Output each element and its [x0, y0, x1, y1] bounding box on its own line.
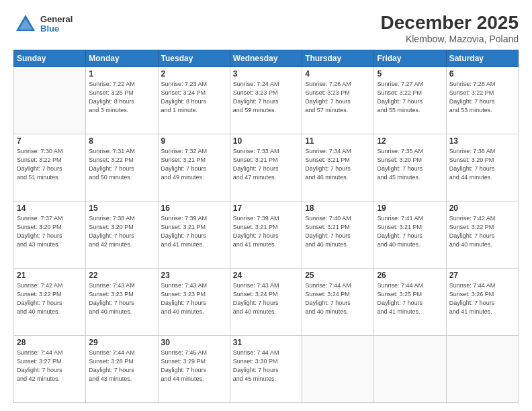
calendar-cell: 24Sunrise: 7:43 AM Sunset: 3:24 PM Dayli…: [230, 269, 302, 336]
day-info: Sunrise: 7:44 AM Sunset: 3:30 PM Dayligh…: [233, 349, 299, 383]
day-number: 28: [17, 338, 83, 347]
day-number: 23: [161, 271, 227, 280]
calendar-cell: 10Sunrise: 7:33 AM Sunset: 3:21 PM Dayli…: [230, 134, 302, 201]
calendar-cell: 8Sunrise: 7:31 AM Sunset: 3:22 PM Daylig…: [86, 134, 158, 201]
day-info: Sunrise: 7:44 AM Sunset: 3:25 PM Dayligh…: [377, 281, 443, 316]
day-number: 7: [17, 136, 83, 146]
calendar-week-2: 14Sunrise: 7:37 AM Sunset: 3:20 PM Dayli…: [14, 201, 519, 269]
day-number: 6: [449, 69, 515, 79]
logo-text: General Blue: [40, 15, 73, 34]
day-info: Sunrise: 7:44 AM Sunset: 3:28 PM Dayligh…: [89, 349, 154, 383]
calendar-cell: 21Sunrise: 7:42 AM Sunset: 3:22 PM Dayli…: [14, 269, 86, 336]
day-info: Sunrise: 7:45 AM Sunset: 3:29 PM Dayligh…: [161, 349, 227, 383]
calendar-week-1: 7Sunrise: 7:30 AM Sunset: 3:22 PM Daylig…: [14, 134, 519, 201]
calendar-cell: 28Sunrise: 7:44 AM Sunset: 3:27 PM Dayli…: [14, 336, 86, 403]
calendar-cell: 13Sunrise: 7:36 AM Sunset: 3:20 PM Dayli…: [446, 134, 518, 201]
day-info: Sunrise: 7:43 AM Sunset: 3:24 PM Dayligh…: [233, 281, 299, 316]
calendar-subtitle: Klembow, Mazovia, Poland: [381, 34, 519, 44]
day-info: Sunrise: 7:39 AM Sunset: 3:21 PM Dayligh…: [233, 214, 299, 249]
calendar-cell: 6Sunrise: 7:28 AM Sunset: 3:22 PM Daylig…: [446, 67, 518, 134]
calendar-cell: 27Sunrise: 7:44 AM Sunset: 3:26 PM Dayli…: [446, 269, 518, 336]
page: General Blue December 2025 Klembow, Mazo…: [0, 0, 532, 411]
day-number: 5: [377, 69, 443, 79]
day-info: Sunrise: 7:43 AM Sunset: 3:23 PM Dayligh…: [89, 281, 154, 316]
calendar-cell: 7Sunrise: 7:30 AM Sunset: 3:22 PM Daylig…: [14, 134, 86, 201]
day-number: 13: [449, 136, 515, 146]
day-info: Sunrise: 7:22 AM Sunset: 3:25 PM Dayligh…: [89, 80, 154, 115]
day-info: Sunrise: 7:31 AM Sunset: 3:22 PM Dayligh…: [89, 147, 154, 182]
calendar-cell: 11Sunrise: 7:34 AM Sunset: 3:21 PM Dayli…: [302, 134, 374, 201]
day-info: Sunrise: 7:40 AM Sunset: 3:21 PM Dayligh…: [305, 214, 371, 249]
calendar-header-row: SundayMondayTuesdayWednesdayThursdayFrid…: [14, 50, 519, 67]
day-number: 17: [233, 203, 299, 213]
day-info: Sunrise: 7:37 AM Sunset: 3:20 PM Dayligh…: [17, 214, 83, 249]
day-number: 16: [161, 203, 227, 213]
day-info: Sunrise: 7:44 AM Sunset: 3:27 PM Dayligh…: [17, 349, 83, 383]
title-block: December 2025 Klembow, Mazovia, Poland: [381, 12, 519, 44]
day-number: 22: [89, 271, 154, 280]
day-info: Sunrise: 7:26 AM Sunset: 3:23 PM Dayligh…: [305, 80, 371, 115]
day-number: 10: [233, 136, 299, 146]
calendar-cell: 25Sunrise: 7:44 AM Sunset: 3:24 PM Dayli…: [302, 269, 374, 336]
day-info: Sunrise: 7:23 AM Sunset: 3:24 PM Dayligh…: [161, 80, 227, 115]
day-number: 31: [233, 338, 299, 347]
calendar-week-0: 1Sunrise: 7:22 AM Sunset: 3:25 PM Daylig…: [14, 67, 519, 134]
calendar-cell: 2Sunrise: 7:23 AM Sunset: 3:24 PM Daylig…: [158, 67, 230, 134]
calendar-header-friday: Friday: [374, 50, 446, 67]
day-number: 1: [89, 69, 154, 79]
day-info: Sunrise: 7:38 AM Sunset: 3:20 PM Dayligh…: [89, 214, 154, 249]
calendar-cell: 5Sunrise: 7:27 AM Sunset: 3:22 PM Daylig…: [374, 67, 446, 134]
day-info: Sunrise: 7:43 AM Sunset: 3:23 PM Dayligh…: [161, 281, 227, 316]
calendar-week-4: 28Sunrise: 7:44 AM Sunset: 3:27 PM Dayli…: [14, 336, 519, 403]
calendar-cell: 4Sunrise: 7:26 AM Sunset: 3:23 PM Daylig…: [302, 67, 374, 134]
calendar-header-tuesday: Tuesday: [158, 50, 230, 67]
day-number: 11: [305, 136, 371, 146]
day-info: Sunrise: 7:35 AM Sunset: 3:20 PM Dayligh…: [377, 147, 443, 182]
day-info: Sunrise: 7:33 AM Sunset: 3:21 PM Dayligh…: [233, 147, 299, 182]
calendar-cell: [302, 336, 374, 403]
day-info: Sunrise: 7:34 AM Sunset: 3:21 PM Dayligh…: [305, 147, 371, 182]
day-info: Sunrise: 7:24 AM Sunset: 3:23 PM Dayligh…: [233, 80, 299, 115]
day-info: Sunrise: 7:42 AM Sunset: 3:22 PM Dayligh…: [449, 214, 515, 249]
day-info: Sunrise: 7:32 AM Sunset: 3:21 PM Dayligh…: [161, 147, 227, 182]
day-number: 30: [161, 338, 227, 347]
day-number: 3: [233, 69, 299, 79]
day-info: Sunrise: 7:41 AM Sunset: 3:21 PM Dayligh…: [377, 214, 443, 249]
logo: General Blue: [13, 12, 73, 36]
day-number: 20: [449, 203, 515, 213]
day-number: 2: [161, 69, 227, 79]
day-number: 12: [377, 136, 443, 146]
calendar-cell: [374, 336, 446, 403]
calendar-cell: 14Sunrise: 7:37 AM Sunset: 3:20 PM Dayli…: [14, 201, 86, 269]
calendar-cell: 23Sunrise: 7:43 AM Sunset: 3:23 PM Dayli…: [158, 269, 230, 336]
day-info: Sunrise: 7:44 AM Sunset: 3:26 PM Dayligh…: [449, 281, 515, 316]
calendar-cell: 20Sunrise: 7:42 AM Sunset: 3:22 PM Dayli…: [446, 201, 518, 269]
day-number: 25: [305, 271, 371, 280]
calendar-cell: 17Sunrise: 7:39 AM Sunset: 3:21 PM Dayli…: [230, 201, 302, 269]
day-number: 29: [89, 338, 154, 347]
calendar-cell: 29Sunrise: 7:44 AM Sunset: 3:28 PM Dayli…: [86, 336, 158, 403]
calendar-week-3: 21Sunrise: 7:42 AM Sunset: 3:22 PM Dayli…: [14, 269, 519, 336]
calendar-cell: 26Sunrise: 7:44 AM Sunset: 3:25 PM Dayli…: [374, 269, 446, 336]
day-number: 4: [305, 69, 371, 79]
day-info: Sunrise: 7:36 AM Sunset: 3:20 PM Dayligh…: [449, 147, 515, 182]
day-info: Sunrise: 7:27 AM Sunset: 3:22 PM Dayligh…: [377, 80, 443, 115]
day-number: 21: [17, 271, 83, 280]
day-info: Sunrise: 7:44 AM Sunset: 3:24 PM Dayligh…: [305, 281, 371, 316]
day-number: 19: [377, 203, 443, 213]
calendar-header-thursday: Thursday: [302, 50, 374, 67]
calendar-cell: 19Sunrise: 7:41 AM Sunset: 3:21 PM Dayli…: [374, 201, 446, 269]
calendar-cell: [446, 336, 518, 403]
day-number: 26: [377, 271, 443, 280]
calendar-title: December 2025: [381, 12, 519, 34]
calendar-cell: 16Sunrise: 7:39 AM Sunset: 3:21 PM Dayli…: [158, 201, 230, 269]
header: General Blue December 2025 Klembow, Mazo…: [13, 12, 519, 44]
logo-general: General: [40, 15, 73, 24]
day-info: Sunrise: 7:28 AM Sunset: 3:22 PM Dayligh…: [449, 80, 515, 115]
day-number: 27: [449, 271, 515, 280]
day-info: Sunrise: 7:30 AM Sunset: 3:22 PM Dayligh…: [17, 147, 83, 182]
day-number: 24: [233, 271, 299, 280]
calendar-header-wednesday: Wednesday: [230, 50, 302, 67]
calendar-cell: 15Sunrise: 7:38 AM Sunset: 3:20 PM Dayli…: [86, 201, 158, 269]
day-info: Sunrise: 7:39 AM Sunset: 3:21 PM Dayligh…: [161, 214, 227, 249]
